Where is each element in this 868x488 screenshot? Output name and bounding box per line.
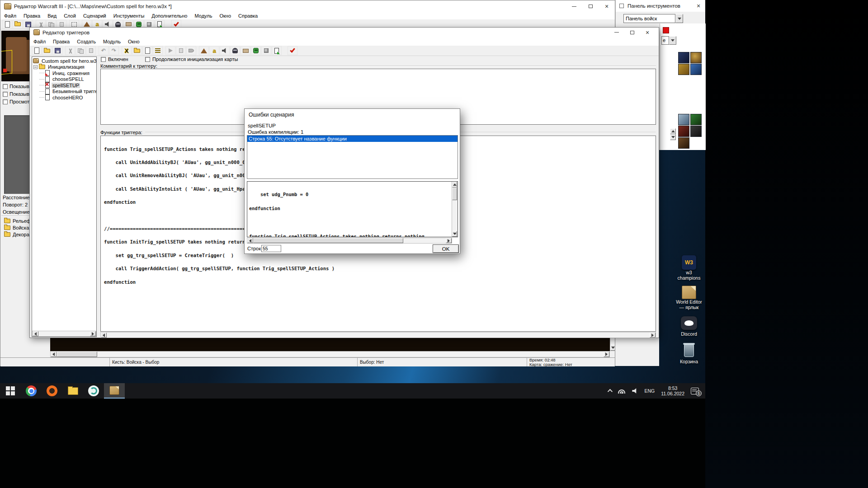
menu-view[interactable]: Вид (44, 13, 60, 19)
notification-center[interactable]: 1 (688, 383, 705, 399)
menu-edit[interactable]: Правка (49, 38, 73, 45)
taskbar-app-orange[interactable] (42, 383, 62, 399)
scroll-right-icon[interactable] (446, 238, 452, 243)
taskbar-world-editor-active[interactable] (104, 383, 125, 399)
redo-icon[interactable]: ↷ (109, 46, 119, 55)
enabled-checkbox[interactable] (101, 57, 106, 62)
campaign-icon[interactable] (272, 46, 282, 55)
unit-portrait-icon[interactable] (678, 52, 689, 63)
menu-scenario[interactable]: Сценарий (80, 13, 110, 19)
menu-create[interactable]: Создать (73, 38, 99, 45)
scroll-down-icon[interactable] (670, 134, 676, 140)
palette-folder-doodads[interactable]: Декорац (4, 232, 32, 237)
new-icon[interactable] (32, 46, 42, 55)
palette-folder-units[interactable]: Войска (4, 225, 29, 230)
text-icon[interactable]: a (209, 46, 219, 55)
tree-item-trigger[interactable]: Безымянный триггер 0 (33, 89, 96, 95)
tree-item-category[interactable]: Инициализация (33, 64, 96, 70)
unit-portrait-icon[interactable] (690, 126, 702, 137)
paste-icon[interactable] (86, 46, 96, 55)
checkbox[interactable] (3, 92, 8, 97)
map-init-checkbox[interactable] (145, 57, 150, 62)
dialog-vertical-scrollbar[interactable] (452, 182, 458, 237)
open-icon[interactable] (42, 46, 52, 55)
chevron-down-icon[interactable] (675, 14, 683, 23)
thief-icon[interactable] (230, 46, 240, 55)
close-button[interactable]: × (640, 28, 655, 37)
menu-edit[interactable]: Правка (20, 13, 44, 19)
menu-layer[interactable]: Слой (60, 13, 80, 19)
desktop-icon-world-editor[interactable]: World Editor — ярлык (672, 286, 706, 310)
taskbar-chrome[interactable] (21, 383, 42, 399)
scroll-right-icon[interactable] (650, 333, 656, 338)
unit-portrait-icon[interactable] (690, 114, 702, 125)
tree-item-trigger[interactable]: chooseHERO (33, 94, 96, 101)
menu-tools[interactable]: Инструменты (110, 13, 148, 19)
tray-volume[interactable] (629, 383, 641, 399)
scrollbar-thumb[interactable] (253, 238, 403, 243)
scroll-up-icon[interactable] (452, 182, 457, 188)
ok-button[interactable]: OK (433, 244, 459, 253)
tree-item-map-root[interactable]: Custom spell for hero.w3x (33, 58, 96, 64)
editor-horizontal-scrollbar[interactable] (100, 332, 656, 338)
terrain-icon[interactable] (199, 46, 209, 55)
tree-item-trigger[interactable]: chooseSPELL (33, 76, 96, 83)
scroll-right-icon[interactable] (604, 352, 609, 357)
menu-file[interactable]: Файл (0, 13, 20, 19)
desktop-icon-w3champions[interactable]: W3 w3 champions (672, 255, 706, 281)
unit-portrait-icon[interactable] (690, 52, 702, 63)
scroll-left-icon[interactable] (51, 352, 57, 357)
tree-item-trigger[interactable]: Иниц. сражения (33, 70, 96, 76)
checkbox[interactable] (3, 84, 8, 89)
menu-window[interactable]: Окно (124, 38, 143, 45)
minimize-button[interactable] (566, 0, 582, 12)
new-event-icon[interactable] (153, 46, 163, 55)
collapse-icon[interactable] (33, 65, 38, 69)
close-button[interactable]: × (599, 0, 615, 12)
palette-select[interactable]: Панель войск (623, 14, 683, 23)
tray-network[interactable] (614, 383, 629, 399)
dialog-horizontal-scrollbar[interactable] (247, 238, 452, 244)
unit-portrait-icon[interactable] (678, 114, 689, 125)
scroll-left-icon[interactable] (101, 333, 107, 338)
new-category-icon[interactable] (132, 46, 142, 55)
save-icon[interactable] (52, 46, 62, 55)
import-icon[interactable] (241, 46, 250, 55)
tray-overflow[interactable] (604, 383, 614, 399)
chevron-down-icon[interactable] (669, 36, 676, 45)
menu-window[interactable]: Окно (216, 13, 235, 19)
menu-file[interactable]: Файл (30, 38, 49, 45)
unit-portrait-icon[interactable] (690, 64, 702, 75)
lines-count-input[interactable] (261, 245, 281, 252)
minimize-button[interactable] (609, 28, 624, 37)
error-list[interactable]: Строка 55: Отсутствует название функции (247, 135, 458, 179)
desktop-icon-discord[interactable]: Discord (672, 316, 706, 337)
unit-portrait-icon[interactable] (678, 137, 689, 149)
new-trigger-icon[interactable] (142, 46, 152, 55)
run-icon[interactable] (165, 46, 175, 55)
palette-folder-terrain[interactable]: Рельеф (4, 218, 31, 224)
open-icon[interactable] (13, 20, 23, 29)
menu-module[interactable]: Модуль (191, 13, 216, 19)
checkbox[interactable] (3, 99, 8, 104)
unit-portrait-icon[interactable] (678, 64, 689, 75)
horn-icon[interactable] (186, 46, 196, 55)
error-list-selected-row[interactable]: Строка 55: Отсутствует название функции (247, 136, 458, 142)
disable-trigger-icon[interactable]: X (122, 46, 132, 55)
scroll-down-icon[interactable] (452, 231, 457, 237)
scrollbar-thumb[interactable] (57, 352, 97, 357)
tree-item-trigger-selected[interactable]: spellSETUP (33, 82, 96, 89)
tree-horizontal-scrollbar[interactable] (32, 331, 96, 337)
maximize-button[interactable] (624, 28, 640, 37)
start-button[interactable] (0, 383, 21, 399)
step-icon[interactable] (176, 46, 186, 55)
taskbar-app-light[interactable] (83, 383, 104, 399)
check-script-icon[interactable] (288, 46, 297, 55)
desktop-icon-recycle-bin[interactable]: Корзина (672, 344, 706, 364)
unit-portrait-icon[interactable] (678, 126, 689, 137)
maximize-button[interactable] (582, 0, 599, 12)
menu-module[interactable]: Модуль (99, 38, 124, 45)
ai-icon[interactable] (251, 46, 261, 55)
scroll-down-icon[interactable] (610, 345, 615, 351)
scroll-left-icon[interactable] (33, 331, 38, 336)
